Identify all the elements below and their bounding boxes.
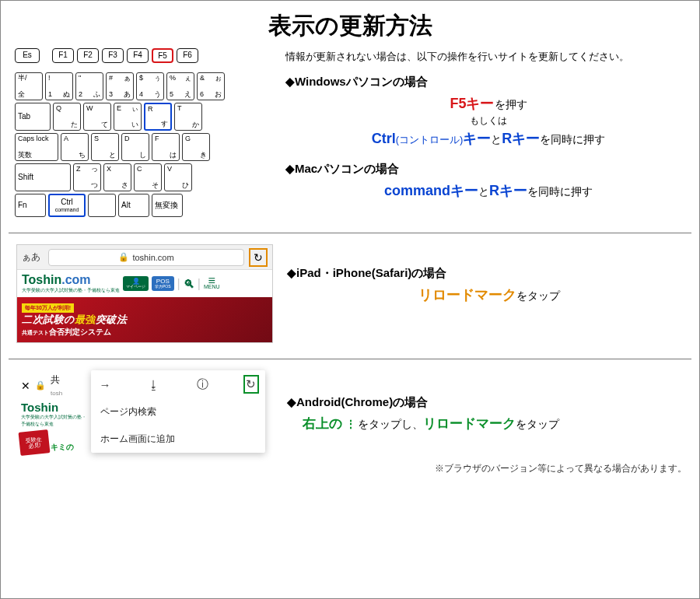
toshin-banner: 毎年30万人が利用! 二次試験の最強突破法 共通テスト合否判定システム xyxy=(17,297,272,342)
key-f6: F6 xyxy=(177,48,198,63)
key-fn: Fn xyxy=(15,194,46,217)
key-s: Sと xyxy=(91,133,119,161)
key-x: Xさ xyxy=(103,163,131,191)
menu-item-add-home: ホーム画面に追加 xyxy=(91,426,265,453)
menu-item-find: ページ内検索 xyxy=(91,398,265,426)
key-5: %ぇ5え xyxy=(166,72,194,100)
key-d: Dし xyxy=(121,133,149,161)
separator xyxy=(9,233,691,233)
safari-reload-button: ↻ xyxy=(249,248,268,267)
key-g: Gき xyxy=(182,133,210,161)
key-f2: F2 xyxy=(77,48,99,63)
lock-icon: 🔒 xyxy=(118,252,129,262)
footnote: ※ブラウザのバージョン等によって異なる場合があります。 xyxy=(9,462,687,475)
toshin-logo: Toshin.com xyxy=(22,273,120,287)
key-tab: Tab xyxy=(15,103,51,131)
intro-text: 情報が更新されない場合は、以下の操作を行いサイトを更新してください。 xyxy=(285,50,691,64)
windows-line2: もしくは xyxy=(285,114,691,128)
key-alt: Alt xyxy=(118,194,149,217)
chrome-menu-overlay: → ⭳ ⓘ ↻ ページ内検索 ホーム画面に追加 xyxy=(91,370,265,453)
key-t: Tか xyxy=(174,103,202,131)
safari-address-bar: 🔒toshin.com xyxy=(48,249,244,266)
banner-text: キミの xyxy=(51,442,74,454)
key-capslock: Caps lock英数 xyxy=(15,133,58,161)
key-hankaku: 半/全 xyxy=(15,72,43,100)
pos-badge: POS学力POS xyxy=(152,276,174,291)
toshin-tagline: 大学受験の大学入試対策の塾・予備校なら東進 xyxy=(22,287,120,294)
key-r: Rす xyxy=(144,103,172,131)
close-icon: ✕ xyxy=(21,380,30,392)
back-icon: → xyxy=(97,378,113,391)
chrome-reload-button: ↻ xyxy=(243,375,259,394)
key-2: "2ふ xyxy=(75,72,103,100)
safari-heading: ◆iPad・iPhone(Safari)の場合 xyxy=(287,266,691,281)
safari-line1: リロードマークをタップ xyxy=(287,285,691,304)
key-6: &ぉ6お xyxy=(197,72,225,100)
safari-mock: ぁあ 🔒toshin.com ↻ Toshin.com 大学受験の大学入試対策の… xyxy=(16,244,273,343)
key-w: Wて xyxy=(83,103,111,131)
key-f5: F5 xyxy=(152,48,173,63)
windows-heading: ◆Windowsパソコンの場合 xyxy=(285,75,691,89)
key-f1: F1 xyxy=(52,48,74,63)
key-shift: Shift xyxy=(15,163,71,191)
safari-textsize: ぁあ xyxy=(22,250,44,264)
mac-heading: ◆Macパソコンの場合 xyxy=(285,162,691,177)
key-c: Cそ xyxy=(134,163,162,191)
key-f4: F4 xyxy=(127,48,149,63)
key-f: Fは xyxy=(152,133,180,161)
key-win xyxy=(88,194,116,217)
key-a: Aち xyxy=(61,133,89,161)
chrome-heading: ◆Android(Chrome)の場合 xyxy=(287,395,691,410)
chrome-line1: 右上の ⋮ をタップし、リロードマークをタップ xyxy=(287,415,691,433)
key-muhenkan: 無変換 xyxy=(152,194,183,217)
key-1: !1ぬ xyxy=(45,72,73,100)
key-3: #ぁ3あ xyxy=(106,72,134,100)
stamp-badge: 受験生必見! xyxy=(19,429,51,456)
key-f3: F3 xyxy=(102,48,124,63)
page-title: 表示の更新方法 xyxy=(9,10,691,42)
mac-line1: commandキーとRキーを同時に押す xyxy=(285,181,691,200)
keyboard-illustration: Es F1 F2 F3 F4 F5 F6 半/全 !1ぬ "2ふ #ぁ3あ $ぅ… xyxy=(15,48,271,217)
download-icon: ⭳ xyxy=(146,378,162,391)
key-es: Es xyxy=(15,48,40,63)
key-e: Eぃい xyxy=(114,103,142,131)
info-icon: ⓘ xyxy=(194,377,210,392)
lock-icon: 🔒 xyxy=(35,380,46,391)
key-q: Qた xyxy=(53,103,81,131)
mypage-badge: 👤マイページ xyxy=(123,276,149,291)
windows-line3: Ctrl(コントロール)キーとRキーを同時に押す xyxy=(285,129,691,148)
key-4: $ぅ4う xyxy=(136,72,164,100)
key-ctrl: Ctrlcommand xyxy=(48,194,86,217)
search-icon: 🔍︎ xyxy=(184,278,194,290)
separator xyxy=(9,359,691,359)
toshin-tagline: 大学受験の大学入試対策の塾・予備校なら東進 xyxy=(16,414,93,429)
windows-line1: F5キーを押す xyxy=(285,94,691,113)
chrome-mock: ✕ 🔒 共tosh Toshin 大学受験の大学入試対策の塾・予備校なら東進 受… xyxy=(16,370,273,454)
key-z: Zっつ xyxy=(73,163,101,191)
menu-icon: ≡MENU xyxy=(204,278,220,289)
key-v: Vひ xyxy=(164,163,192,191)
toshin-logo: Toshin xyxy=(16,401,93,414)
